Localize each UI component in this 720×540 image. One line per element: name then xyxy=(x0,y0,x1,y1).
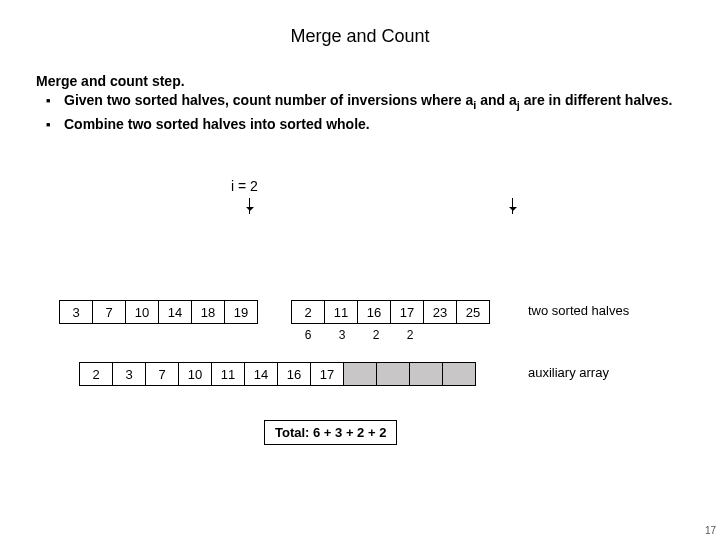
count-value: 2 xyxy=(393,328,427,342)
sorted-halves-row: 371014181921116172325 xyxy=(60,300,490,324)
halves-cell: 18 xyxy=(191,300,225,324)
i-equals-label: i = 2 xyxy=(231,178,258,194)
aux-cell xyxy=(409,362,443,386)
bullet-1: Given two sorted halves, count number of… xyxy=(64,91,684,113)
halves-cell: 7 xyxy=(92,300,126,324)
aux-cell xyxy=(442,362,476,386)
count-value: 2 xyxy=(359,328,393,342)
total-box: Total: 6 + 3 + 2 + 2 xyxy=(264,420,397,445)
slide-title: Merge and Count xyxy=(36,26,684,47)
halves-cell: 2 xyxy=(291,300,325,324)
arrow-left xyxy=(249,198,250,214)
aux-cell: 16 xyxy=(277,362,311,386)
count-value: 3 xyxy=(325,328,359,342)
bullet-list: Given two sorted halves, count number of… xyxy=(36,91,684,134)
count-value: 6 xyxy=(291,328,325,342)
aux-cell: 3 xyxy=(112,362,146,386)
halves-cell: 23 xyxy=(423,300,457,324)
page-number: 17 xyxy=(705,525,716,536)
step-heading: Merge and count step. xyxy=(36,73,684,89)
halves-cell: 25 xyxy=(456,300,490,324)
halves-cell: 19 xyxy=(224,300,258,324)
halves-cell: 3 xyxy=(59,300,93,324)
auxiliary-array-row: 2371011141617 xyxy=(80,362,476,386)
aux-cell: 11 xyxy=(211,362,245,386)
count-value xyxy=(461,328,495,342)
aux-cell: 17 xyxy=(310,362,344,386)
aux-cell: 14 xyxy=(244,362,278,386)
aux-cell xyxy=(343,362,377,386)
aux-cell: 2 xyxy=(79,362,113,386)
halves-cell: 17 xyxy=(390,300,424,324)
halves-cell: 11 xyxy=(324,300,358,324)
bullet-2: Combine two sorted halves into sorted wh… xyxy=(64,115,684,134)
arrow-right xyxy=(512,198,513,214)
aux-label: auxiliary array xyxy=(528,365,609,380)
aux-cell xyxy=(376,362,410,386)
inversion-counts-row: 6322 xyxy=(291,328,495,342)
halves-cell: 14 xyxy=(158,300,192,324)
aux-cell: 10 xyxy=(178,362,212,386)
count-value xyxy=(427,328,461,342)
halves-cell: 16 xyxy=(357,300,391,324)
aux-cell: 7 xyxy=(145,362,179,386)
halves-cell: 10 xyxy=(125,300,159,324)
halves-label: two sorted halves xyxy=(528,303,629,318)
